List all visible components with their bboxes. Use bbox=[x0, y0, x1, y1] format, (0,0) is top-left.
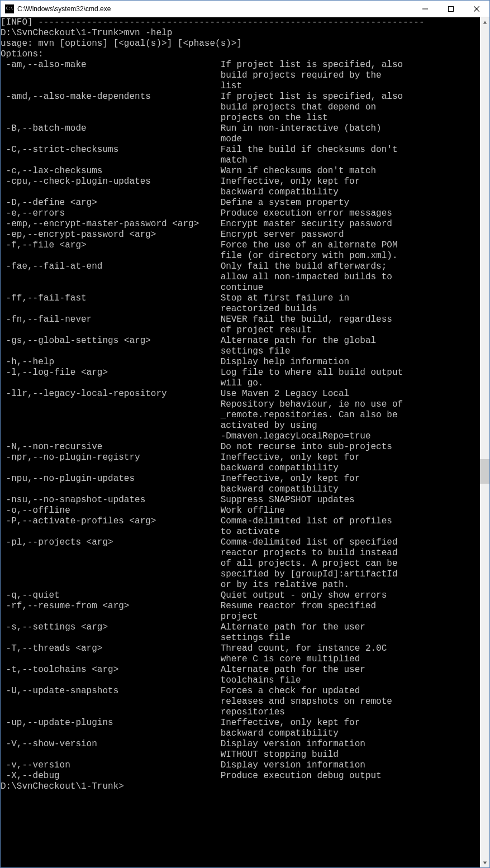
option-row: -f,--file <arg>Force the use of an alter… bbox=[1, 240, 480, 251]
option-row: -nsu,--no-snapshot-updatesSuppress SNAPS… bbox=[1, 495, 480, 505]
info-line: [INFO] ---------------------------------… bbox=[1, 17, 480, 28]
prompt-line: D:\SvnCheckout\1-Trunk> bbox=[1, 781, 480, 792]
maximize-button[interactable] bbox=[438, 1, 464, 17]
option-row: -C,--strict-checksumsFail the build if c… bbox=[1, 145, 480, 155]
option-row: -t,--toolchains <arg>Alternate path for … bbox=[1, 665, 480, 675]
option-row-cont: _remote.repositories. Can also be bbox=[1, 410, 480, 421]
option-row: -e,--errorsProduce execution error messa… bbox=[1, 208, 480, 219]
option-row-cont: backward compatibility bbox=[1, 484, 480, 495]
option-row-cont: settings file bbox=[1, 633, 480, 643]
option-row: -V,--show-versionDisplay version informa… bbox=[1, 739, 480, 750]
usage-line: usage: mvn [options] [<goal(s)>] [<phase… bbox=[1, 39, 480, 49]
option-row: -fae,--fail-at-endOnly fail the build af… bbox=[1, 261, 480, 272]
scroll-up-arrow-icon[interactable] bbox=[480, 17, 489, 27]
cmd-window: C:\Windows\system32\cmd.exe [INFO] -----… bbox=[0, 0, 490, 868]
option-row: -P,--activate-profiles <arg>Comma-delimi… bbox=[1, 516, 480, 527]
option-row-cont: build projects that depend on bbox=[1, 102, 480, 113]
option-row: -gs,--global-settings <arg>Alternate pat… bbox=[1, 336, 480, 346]
option-row-cont: reactorized builds bbox=[1, 304, 480, 314]
option-row: -c,--lax-checksumsWarn if checksums don'… bbox=[1, 166, 480, 177]
option-row-cont: list bbox=[1, 81, 480, 92]
vertical-scrollbar[interactable] bbox=[480, 17, 489, 867]
option-row: -s,--settings <arg>Alternate path for th… bbox=[1, 622, 480, 633]
option-row-cont: WITHOUT stopping build bbox=[1, 750, 480, 760]
option-row: -ff,--fail-fastStop at first failure in bbox=[1, 293, 480, 304]
option-row: -l,--log-file <arg>Log file to where all… bbox=[1, 368, 480, 378]
option-row: -emp,--encrypt-master-password <arg>Encr… bbox=[1, 219, 480, 230]
cmd-icon bbox=[5, 4, 14, 13]
scroll-track[interactable] bbox=[480, 27, 489, 858]
option-row-cont: of project result bbox=[1, 325, 480, 336]
option-row-cont: toolchains file bbox=[1, 675, 480, 686]
option-row: -B,--batch-modeRun in non-interactive (b… bbox=[1, 123, 480, 134]
option-row-cont: releases and snapshots on remote bbox=[1, 697, 480, 707]
option-row-cont: where C is core multiplied bbox=[1, 654, 480, 665]
option-row-cont: reactor projects to build instead bbox=[1, 548, 480, 559]
option-row-cont: specified by [groupId]:artifactId bbox=[1, 569, 480, 580]
option-row: -ep,--encrypt-password <arg>Encrypt serv… bbox=[1, 230, 480, 240]
option-row-cont: or by its relative path. bbox=[1, 580, 480, 590]
option-row: -up,--update-pluginsIneffective, only ke… bbox=[1, 718, 480, 728]
option-row: -N,--non-recursiveDo not recurse into su… bbox=[1, 442, 480, 452]
option-row: -am,--also-makeIf project list is specif… bbox=[1, 60, 480, 70]
option-row-cont: project bbox=[1, 612, 480, 622]
scroll-down-arrow-icon[interactable] bbox=[480, 858, 489, 867]
close-button[interactable] bbox=[464, 1, 489, 17]
option-row-cont: continue bbox=[1, 283, 480, 293]
option-row: -fn,--fail-neverNEVER fail the build, re… bbox=[1, 314, 480, 325]
client-area: [INFO] ---------------------------------… bbox=[1, 17, 489, 867]
option-row: -v,--versionDisplay version information bbox=[1, 760, 480, 771]
option-row-cont: mode bbox=[1, 134, 480, 145]
option-row-cont: match bbox=[1, 155, 480, 166]
option-row: -U,--update-snapshotsForces a check for … bbox=[1, 686, 480, 697]
option-row-cont: -Dmaven.legacyLocalRepo=true bbox=[1, 431, 480, 442]
option-row: -cpu,--check-plugin-updatesIneffective, … bbox=[1, 177, 480, 187]
option-row: -q,--quietQuiet output - only show error… bbox=[1, 590, 480, 601]
terminal-output[interactable]: [INFO] ---------------------------------… bbox=[1, 17, 480, 867]
option-row: -npr,--no-plugin-registryIneffective, on… bbox=[1, 452, 480, 463]
prompt-line: D:\SvnCheckout\1-Trunk>mvn -help bbox=[1, 28, 480, 39]
option-row: -pl,--projects <arg>Comma-delimited list… bbox=[1, 537, 480, 548]
window-title: C:\Windows\system32\cmd.exe bbox=[17, 5, 412, 13]
option-row-cont: backward compatibility bbox=[1, 728, 480, 739]
option-row: -h,--helpDisplay help information bbox=[1, 357, 480, 368]
option-row: -amd,--also-make-dependentsIf project li… bbox=[1, 92, 480, 102]
option-row-cont: file (or directory with pom.xml). bbox=[1, 251, 480, 261]
option-row: -rf,--resume-from <arg>Resume reactor fr… bbox=[1, 601, 480, 612]
option-row: -D,--define <arg>Define a system propert… bbox=[1, 198, 480, 208]
option-row: -llr,--legacy-local-repositoryUse Maven … bbox=[1, 389, 480, 399]
option-row: -X,--debugProduce execution debug output bbox=[1, 771, 480, 781]
option-row: -T,--threads <arg>Thread count, for inst… bbox=[1, 643, 480, 654]
svg-rect-0 bbox=[449, 6, 454, 11]
options-header: Options: bbox=[1, 49, 480, 60]
scroll-thumb[interactable] bbox=[480, 459, 489, 484]
option-row: -npu,--no-plugin-updatesIneffective, onl… bbox=[1, 474, 480, 484]
option-row-cont: Repository behaviour, ie no use of bbox=[1, 399, 480, 410]
option-row-cont: backward compatibility bbox=[1, 463, 480, 474]
minimize-button[interactable] bbox=[412, 1, 438, 17]
option-row-cont: allow all non-impacted builds to bbox=[1, 272, 480, 283]
titlebar[interactable]: C:\Windows\system32\cmd.exe bbox=[1, 1, 489, 17]
option-row-cont: build projects required by the bbox=[1, 70, 480, 81]
option-row-cont: backward compatibility bbox=[1, 187, 480, 198]
option-row-cont: projects on the list bbox=[1, 113, 480, 123]
option-row-cont: of all projects. A project can be bbox=[1, 559, 480, 569]
window-buttons bbox=[412, 1, 489, 17]
option-row-cont: will go. bbox=[1, 378, 480, 389]
option-row: -o,--offlineWork offline bbox=[1, 505, 480, 516]
option-row-cont: activated by using bbox=[1, 421, 480, 431]
option-row-cont: settings file bbox=[1, 346, 480, 357]
option-row-cont: to activate bbox=[1, 527, 480, 537]
option-row-cont: repositories bbox=[1, 707, 480, 718]
